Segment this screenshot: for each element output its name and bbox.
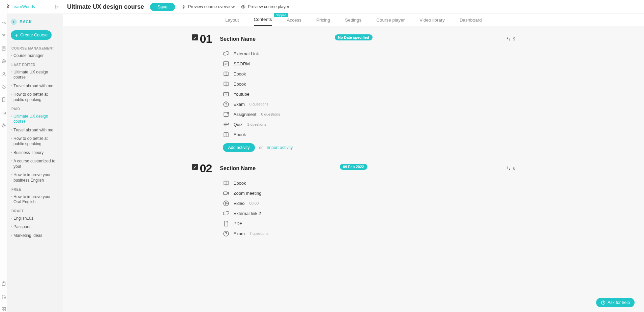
tab-contents[interactable]: ContentsDripped: [254, 14, 272, 26]
back-label: BACK: [20, 20, 32, 24]
tab-settings[interactable]: Settings: [345, 14, 361, 26]
tab-layout[interactable]: Layout: [225, 14, 239, 26]
question-icon: [223, 101, 230, 107]
rail-grid-icon[interactable]: [1, 307, 6, 312]
sidebar-item-last-edited[interactable]: How to do better at public speaking: [7, 90, 63, 104]
activity-item[interactable]: Exam7 questions: [223, 230, 516, 237]
section-number: 01: [200, 32, 212, 45]
back-button[interactable]: BACK: [7, 16, 63, 28]
activity-item[interactable]: Ebook: [223, 81, 516, 87]
sidebar-item-paid[interactable]: A course customized to you!: [7, 157, 63, 171]
activity-item[interactable]: Assignment0 questions: [223, 111, 516, 118]
activity-list: EbookZoom meetingVideo00:00External link…: [223, 180, 516, 237]
section-step-count: 6: [505, 165, 516, 171]
rail-user-icon[interactable]: [1, 71, 6, 77]
activity-item[interactable]: Zoom meeting: [223, 190, 516, 196]
save-button[interactable]: Save: [150, 3, 175, 11]
activity-name: External Link: [234, 51, 259, 56]
brand-name: LearnWorlds: [11, 4, 35, 9]
tab-course-player[interactable]: Course player: [376, 14, 405, 26]
section-date-badge: 09 Feb 2022: [340, 164, 367, 170]
sidebar-heading-course-management: COURSE MANAGEMENT: [7, 44, 63, 52]
rail-chart-icon[interactable]: [1, 110, 6, 115]
preview-player-link[interactable]: Preview course player: [241, 4, 289, 9]
activity-item[interactable]: Ebook: [223, 131, 516, 138]
sidebar-item-last-edited[interactable]: Travel abroad with me: [7, 82, 63, 91]
create-course-button[interactable]: Create Course: [11, 30, 52, 40]
rail-page-icon[interactable]: [1, 46, 6, 51]
activity-item[interactable]: Ebook: [223, 70, 516, 77]
svg-rect-20: [2, 308, 3, 309]
section-title[interactable]: Section Name: [220, 36, 256, 42]
activity-item[interactable]: PDF: [223, 220, 516, 227]
edit-section-button[interactable]: [192, 34, 198, 40]
rail-globe-icon[interactable]: [1, 59, 6, 64]
question-icon: [223, 230, 230, 237]
svg-point-14: [3, 101, 4, 101]
sidebar-item-free[interactable]: How to improve your Oral English: [7, 193, 63, 207]
ebook-icon: [223, 131, 230, 138]
sidebar-item-paid[interactable]: Travel abroad with me: [7, 126, 63, 135]
add-activity-button[interactable]: Add activity: [223, 143, 255, 152]
tab-access[interactable]: Access: [287, 14, 302, 26]
import-activity-link[interactable]: Import activity: [267, 145, 293, 150]
rail-mobile-icon[interactable]: [1, 97, 6, 102]
rail-headset-icon[interactable]: [1, 294, 6, 299]
sidebar-item-paid[interactable]: How to do better at public speaking: [7, 134, 63, 148]
help-icon: [601, 300, 606, 305]
activity-name: Ebook: [234, 82, 246, 87]
ask-for-help-button[interactable]: Ask for help: [596, 298, 635, 307]
sidebar-item-course-management[interactable]: Course manager: [7, 52, 63, 60]
activity-name: Zoom meeting: [234, 191, 262, 196]
activity-name: Ebook: [234, 181, 246, 186]
ebook-icon: [223, 81, 230, 87]
sidebar-item-last-edited[interactable]: Ultimate UX design course: [7, 68, 63, 82]
svg-rect-18: [2, 297, 3, 299]
svg-rect-19: [4, 297, 5, 299]
video-icon: [223, 200, 230, 207]
activity-item[interactable]: Youtube: [223, 91, 516, 97]
sidebar-item-draft[interactable]: English101: [7, 214, 63, 223]
activity-item[interactable]: Exam0 questions: [223, 101, 516, 107]
rail-wifi-icon[interactable]: [1, 33, 6, 38]
back-arrow-icon: [11, 19, 17, 25]
section-title[interactable]: Section Name: [220, 165, 256, 171]
activity-item[interactable]: SCORM: [223, 60, 516, 67]
assignment-icon: [223, 111, 230, 118]
rail-speed-icon[interactable]: [1, 20, 6, 26]
activity-item[interactable]: External link 2: [223, 210, 516, 217]
pdf-icon: [223, 220, 230, 227]
tab-video-library[interactable]: Video library: [419, 14, 445, 26]
activity-item[interactable]: Ebook: [223, 180, 516, 186]
svg-point-25: [603, 303, 603, 304]
tabbar: LayoutContentsDrippedAccessPricingSettin…: [63, 13, 644, 26]
activity-name: Exam: [234, 231, 245, 236]
eye-icon: [241, 4, 246, 9]
activity-name: Ebook: [234, 71, 246, 76]
activity-item[interactable]: Video00:00: [223, 200, 516, 207]
link-icon: [223, 50, 230, 57]
exit-icon[interactable]: [55, 4, 59, 9]
activity-name: Exam: [234, 102, 245, 107]
activity-item[interactable]: External Link: [223, 50, 516, 57]
tab-dashboard[interactable]: Dashboard: [460, 14, 482, 26]
edit-section-button[interactable]: [192, 164, 198, 170]
activity-name: PDF: [234, 221, 242, 226]
youtube-icon: [223, 91, 230, 97]
sidebar-item-paid[interactable]: How to improve your business English: [7, 171, 63, 185]
sidebar-item-draft[interactable]: Marketing Ideas: [7, 231, 63, 240]
activity-meta: 0 questions: [250, 102, 268, 106]
activity-item[interactable]: Quiz1 questions: [223, 121, 516, 128]
activity-list: External LinkSCORMEbookEbookYoutubeExam0…: [223, 50, 516, 138]
preview-overview-link[interactable]: Preview course overview: [181, 4, 235, 9]
activity-meta: 00:00: [250, 201, 259, 205]
sidebar-item-draft[interactable]: Passports: [7, 223, 63, 231]
sidebar-item-paid[interactable]: Ultimate UX design course: [7, 112, 63, 126]
sidebar-heading-paid: PAID: [7, 104, 63, 112]
rail-tag-icon[interactable]: [1, 84, 6, 90]
icon-rail: [0, 0, 7, 312]
rail-clipboard-icon[interactable]: [1, 281, 6, 286]
tab-pricing[interactable]: Pricing: [316, 14, 330, 26]
sidebar-item-paid[interactable]: Business Theory: [7, 149, 63, 157]
rail-gear-icon[interactable]: [1, 123, 6, 128]
